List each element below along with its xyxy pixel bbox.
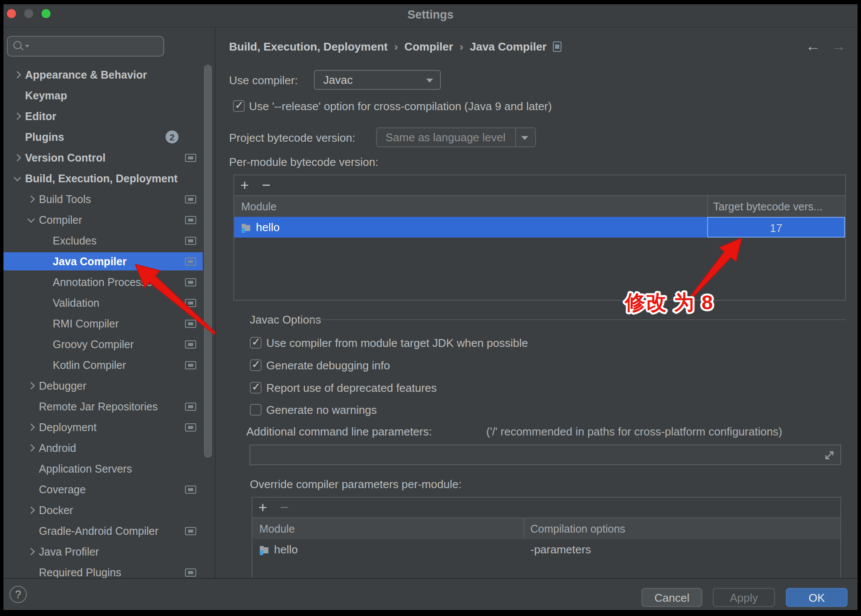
use-compiler-dropdown[interactable]: Javac <box>314 70 441 90</box>
chevron-right-icon[interactable] <box>28 548 35 556</box>
sidebar-item-coverage[interactable]: Coverage <box>3 480 203 499</box>
sidebar-item-deployment[interactable]: Deployment <box>3 418 203 436</box>
compilation-options-cell[interactable]: -parameters <box>530 539 591 560</box>
chevron-right-icon[interactable] <box>14 71 21 79</box>
use-module-jdk-checkbox[interactable] <box>250 337 261 349</box>
sidebar-item-java-compiler[interactable]: Java Compiler <box>3 252 203 270</box>
add-module-button[interactable]: + <box>240 175 249 195</box>
breadcrumb: Build, Execution, Deployment›Compiler›Ja… <box>229 40 561 54</box>
apply-button[interactable]: Apply <box>713 588 775 607</box>
report-deprecated-checkbox[interactable] <box>250 382 261 394</box>
remove-override-button[interactable]: − <box>280 498 289 518</box>
sidebar: Appearance & BehaviorKeymapEditorPlugins… <box>3 27 215 578</box>
breadcrumb-part[interactable]: Compiler <box>405 40 453 53</box>
table-row[interactable]: hello 17 <box>234 217 845 238</box>
breadcrumb-part[interactable]: Build, Execution, Deployment <box>229 40 388 53</box>
module-name: hello <box>274 539 298 560</box>
generate-debug-info-label: Generate debugging info <box>266 359 390 372</box>
chevron-right-icon[interactable] <box>28 382 35 390</box>
search-icon <box>13 41 22 49</box>
help-button[interactable]: ? <box>10 586 27 603</box>
sidebar-item-plugins[interactable]: Plugins2 <box>3 128 203 146</box>
sidebar-item-rmi-compiler[interactable]: RMI Compiler <box>3 314 203 333</box>
forward-arrow-icon[interactable]: → <box>831 38 846 54</box>
project-bytecode-value: Same as language level <box>386 131 506 144</box>
column-divider[interactable] <box>707 196 708 217</box>
project-bytecode-dropdown[interactable]: Same as language level <box>376 127 536 147</box>
chevron-right-icon[interactable] <box>28 445 35 452</box>
sidebar-item-kotlin-compiler[interactable]: Kotlin Compiler <box>3 356 203 374</box>
column-divider[interactable] <box>523 518 524 539</box>
sidebar-item-label: Remote Jar Repositories <box>39 400 158 413</box>
sidebar-scrollbar[interactable] <box>204 65 212 457</box>
sidebar-item-compiler[interactable]: Compiler <box>3 211 203 229</box>
back-arrow-icon[interactable]: ← <box>806 38 820 54</box>
sidebar-item-label: Docker <box>39 504 73 516</box>
sidebar-item-java-profiler[interactable]: Java Profiler <box>3 543 203 561</box>
remove-module-button[interactable]: − <box>262 175 271 195</box>
chevron-down-icon[interactable] <box>28 216 35 223</box>
sidebar-item-keymap[interactable]: Keymap <box>3 86 203 105</box>
breadcrumb-separator: › <box>459 40 463 53</box>
sidebar-item-editor[interactable]: Editor <box>3 107 203 125</box>
sidebar-item-label: Annotation Processors <box>53 276 162 288</box>
column-header-target-bytecode[interactable]: Target bytecode vers... <box>713 196 823 217</box>
chevron-down-icon[interactable] <box>14 174 21 181</box>
sidebar-item-debugger[interactable]: Debugger <box>3 377 203 395</box>
section-divider <box>309 319 846 320</box>
sidebar-item-label: Build Tools <box>39 193 91 205</box>
sidebar-item-validation[interactable]: Validation <box>3 294 203 312</box>
use-module-jdk-label: Use compiler from module target JDK when… <box>266 336 528 350</box>
sidebar-item-required-plugins[interactable]: Required Plugins <box>3 563 203 578</box>
chevron-down-icon <box>426 79 433 83</box>
column-header-module[interactable]: Module <box>241 196 277 217</box>
sidebar-item-build-tools[interactable]: Build Tools <box>3 190 203 208</box>
sidebar-item-label: Build, Execution, Deployment <box>25 172 178 184</box>
sidebar-item-docker[interactable]: Docker <box>3 501 203 519</box>
chevron-right-icon[interactable] <box>14 154 21 162</box>
chevron-right-icon[interactable] <box>28 196 35 203</box>
column-header-compilation-options[interactable]: Compilation options <box>530 518 625 539</box>
module-icon <box>258 544 270 556</box>
sidebar-item-label: Version Control <box>25 152 105 164</box>
per-module-table: + − Module Target bytecode vers... hello… <box>233 175 846 301</box>
sidebar-item-excludes[interactable]: Excludes <box>3 232 203 250</box>
ok-button[interactable]: OK <box>786 588 848 607</box>
table-header: Module Target bytecode vers... <box>234 196 845 217</box>
chevron-right-icon[interactable] <box>28 507 35 514</box>
breadcrumb-separator: › <box>394 40 398 53</box>
target-bytecode-version-cell[interactable]: 17 <box>707 217 845 238</box>
sidebar-item-android[interactable]: Android <box>3 439 203 457</box>
sidebar-item-remote-jar-repositories[interactable]: Remote Jar Repositories <box>3 397 203 416</box>
chevron-right-icon[interactable] <box>14 113 21 120</box>
settings-search-input[interactable] <box>7 36 164 57</box>
settings-applicable-icon <box>185 320 196 328</box>
no-warnings-checkbox[interactable] <box>250 404 261 416</box>
settings-window: Settings Appearance & BehaviorKeymapEdit… <box>3 4 858 609</box>
sidebar-item-appearance-behavior[interactable]: Appearance & Behavior <box>3 66 203 84</box>
sidebar-item-version-control[interactable]: Version Control <box>3 149 203 167</box>
release-option-checkbox[interactable] <box>233 100 245 112</box>
add-override-button[interactable]: + <box>258 498 267 518</box>
breadcrumb-part[interactable]: Java Compiler <box>470 40 547 53</box>
settings-applicable-icon <box>185 154 196 162</box>
expand-field-icon[interactable] <box>824 450 835 461</box>
table-row[interactable]: hello -parameters <box>252 539 840 560</box>
settings-applicable-icon <box>185 486 196 494</box>
sidebar-item-build-execution-deployment[interactable]: Build, Execution, Deployment <box>3 169 203 187</box>
chevron-down-icon <box>521 136 528 140</box>
sidebar-item-label: Deployment <box>39 421 96 433</box>
sidebar-item-gradle-android-compiler[interactable]: Gradle-Android Compiler <box>3 522 203 540</box>
cancel-button[interactable]: Cancel <box>641 588 702 607</box>
column-header-module[interactable]: Module <box>259 518 295 539</box>
additional-params-input[interactable] <box>249 445 841 465</box>
sidebar-item-groovy-compiler[interactable]: Groovy Compiler <box>3 335 203 353</box>
generate-debug-info-checkbox[interactable] <box>250 359 261 371</box>
sidebar-item-label: Java Compiler <box>53 255 127 267</box>
search-options-caret-icon <box>25 45 29 48</box>
footer-bar: ? Cancel Apply OK <box>3 578 858 610</box>
sidebar-item-application-servers[interactable]: Application Servers <box>3 460 203 478</box>
sidebar-item-label: Compiler <box>39 214 82 226</box>
chevron-right-icon[interactable] <box>28 424 35 431</box>
sidebar-item-annotation-processors[interactable]: Annotation Processors <box>3 273 203 291</box>
